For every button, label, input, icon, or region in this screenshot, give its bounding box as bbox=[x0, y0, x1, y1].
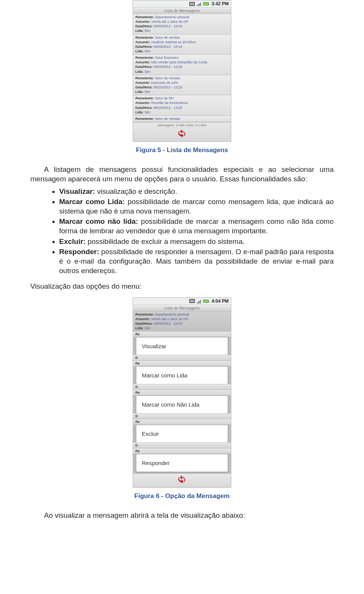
network-3g-icon: 3G bbox=[190, 2, 195, 6]
statusbar: 3G 3:42 PM bbox=[133, 0, 231, 8]
partial-row: D bbox=[133, 355, 231, 361]
paragraph: Ao visualizar a mensagem abrirá a tela d… bbox=[30, 511, 334, 520]
statusbar: 3G 4:04 PM bbox=[133, 298, 231, 305]
menu-item-visualizar[interactable]: Visualizar bbox=[136, 338, 228, 355]
context-menu: Marcar como Não Lida bbox=[136, 396, 228, 413]
signal-icon bbox=[196, 2, 202, 6]
partial-row: D bbox=[133, 443, 231, 448]
footer-bar bbox=[133, 473, 231, 487]
partial-row: D bbox=[133, 384, 231, 390]
list-item[interactable]: Remetente: Setor de Vendas bbox=[133, 116, 231, 122]
context-menu: Visualizar bbox=[136, 337, 228, 355]
partial-row: Re bbox=[133, 419, 231, 425]
app-title: Lista de Mensagens bbox=[133, 8, 231, 14]
partial-row: Re bbox=[133, 448, 231, 454]
menu-item-marcar-lida[interactable]: Marcar como Lida bbox=[136, 367, 228, 384]
footer-bar: Mensagens: 0 Não Lidas / 6 Lidas bbox=[133, 122, 231, 141]
menu-item-responder[interactable]: Responder bbox=[136, 454, 228, 471]
battery-icon bbox=[203, 300, 209, 303]
list-item[interactable]: Remetente: Setor de RH Assunto: Reunião … bbox=[133, 95, 231, 116]
app-title: Lista de Mensagens bbox=[133, 305, 231, 311]
paragraph: A listagem de mensagens possui funcional… bbox=[30, 165, 334, 184]
list-item: Marcar como não lida: possibilidade de m… bbox=[59, 217, 334, 236]
list-item[interactable]: Remetente: Setor de Vendas Assunto: Desc… bbox=[133, 75, 231, 96]
screenshot-phone-1: 3G 3:42 PM Lista de Mensagens Remetente:… bbox=[133, 0, 231, 142]
screenshot-phone-2: 3G 4:04 PM Lista de Mensagens Remetente:… bbox=[133, 297, 231, 488]
refresh-icon[interactable] bbox=[176, 475, 188, 485]
list-item: Marcar como Lida: possibilidade de marca… bbox=[59, 197, 334, 216]
context-menu: Responder bbox=[136, 454, 228, 472]
partial-row: Re bbox=[133, 390, 231, 396]
clock-text: 4:04 PM bbox=[210, 299, 229, 304]
menu-item-excluir[interactable]: Excluir bbox=[136, 425, 228, 442]
network-3g-icon: 3G bbox=[190, 299, 195, 303]
refresh-icon[interactable] bbox=[176, 129, 188, 139]
list-item[interactable]: Remetente: Departamento pessoal Assunto:… bbox=[133, 14, 231, 35]
list-item[interactable]: Remetente: Setor financeiro Assunto: Não… bbox=[133, 55, 231, 75]
signal-icon bbox=[196, 299, 202, 303]
battery-icon bbox=[203, 2, 209, 5]
list-item: Visualizar: visualização e descrição. bbox=[59, 187, 334, 196]
paragraph: Visualização das opções do menu: bbox=[30, 282, 334, 291]
partial-row: Re bbox=[133, 332, 231, 337]
figure-caption-2: Figura 6 - Opção da Mensagem bbox=[30, 492, 334, 500]
footer-status: Mensagens: 0 Não Lidas / 6 Lidas bbox=[158, 123, 207, 128]
context-menu: Excluir bbox=[136, 425, 228, 443]
bullet-list: Visualizar: visualização e descrição. Ma… bbox=[30, 187, 334, 275]
partial-row: Re bbox=[133, 361, 231, 366]
menu-item-marcar-nao-lida[interactable]: Marcar como Não Lida bbox=[136, 396, 228, 413]
partial-row: D bbox=[133, 413, 231, 419]
list-item: Remetente: Departamento pessoal Assunto:… bbox=[133, 311, 231, 332]
message-list: Remetente: Departamento pessoal Assunto:… bbox=[133, 14, 231, 122]
list-item[interactable]: Remetente: Setor de vendas Assunto: Atua… bbox=[133, 35, 231, 55]
list-item: Responder: possibilidade de responder a … bbox=[59, 247, 334, 275]
figure-caption-1: Figura 5 - Lista de Mensagens bbox=[30, 146, 334, 154]
clock-text: 3:42 PM bbox=[210, 1, 229, 6]
context-menu: Marcar como Lida bbox=[136, 366, 228, 384]
list-item: Excluir: possibilidade de excluir a mens… bbox=[59, 237, 334, 246]
